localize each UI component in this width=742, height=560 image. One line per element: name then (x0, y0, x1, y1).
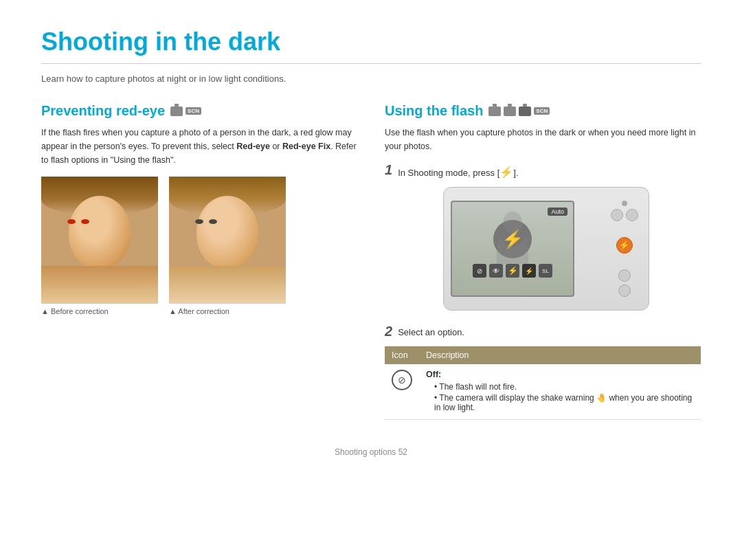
after-photo-container: After correction (169, 177, 286, 315)
right-section-icons: SCN (488, 107, 550, 116)
cam-icon-3 (519, 107, 531, 116)
camera-button-4[interactable] (618, 284, 631, 297)
before-photo-container: Before correction (41, 177, 158, 315)
before-caption: Before correction (41, 307, 109, 315)
right-body-text: Use the flash when you capture photos in… (385, 126, 701, 153)
off-desc-cell: Off: The flash will not fire. The camera… (419, 364, 701, 420)
scn-badge: SCN (534, 107, 550, 115)
left-section-title: Preventing red-eye SCN (41, 103, 357, 119)
scene-badge-icon: SCN (186, 107, 201, 115)
camera-body: Auto ⚡ ⊘ 👁 ⚡ ⚡ (443, 187, 649, 311)
left-body-text: If the flash fires when you capture a ph… (41, 126, 357, 167)
flash-press-button[interactable]: ⚡ (616, 237, 633, 254)
before-photo (41, 177, 158, 304)
col-desc-header: Description (419, 346, 701, 364)
off-icon-cell: ⊘ (385, 364, 419, 420)
comparison-images: Before correction After correction (41, 177, 357, 315)
flash-slow-icon[interactable]: SL (539, 264, 552, 278)
page-title: Shooting in the dark (41, 27, 701, 56)
auto-badge: Auto (548, 208, 567, 216)
step-1: 1 In Shooting mode, press [⚡]. (385, 163, 701, 179)
footer-text: Shooting options 52 (335, 447, 407, 457)
divider (41, 63, 701, 64)
after-photo (169, 177, 286, 304)
bullet-2: The camera will display the shake warnin… (426, 393, 694, 412)
flash-off-icon[interactable]: ⊘ (473, 264, 486, 278)
camera-right-controls: ⚡ (605, 188, 643, 310)
bottom-buttons (618, 269, 631, 297)
person-silhouette (488, 209, 537, 264)
camera-button-1[interactable] (611, 209, 623, 221)
off-label: Off: (426, 370, 694, 379)
section-title-icons: SCN (170, 107, 201, 116)
table-row: ⊘ Off: The flash will not fire. The came… (385, 364, 701, 420)
flash-options-table: Icon Description ⊘ Off: The flash will n… (385, 346, 701, 420)
table-header: Icon Description (385, 346, 701, 364)
camera-button-2[interactable] (626, 209, 638, 221)
cam-icon-2 (504, 107, 516, 116)
camera-mode-icon (170, 107, 183, 116)
right-section-title: Using the flash SCN (385, 103, 701, 119)
col-icon-header: Icon (385, 346, 419, 364)
table-body: ⊘ Off: The flash will not fire. The came… (385, 364, 701, 420)
step-2: 2 Select an option. (385, 324, 701, 338)
top-buttons (611, 201, 638, 221)
camera-screen: Auto ⚡ ⊘ 👁 ⚡ ⚡ (451, 201, 574, 297)
camera-illustration: Auto ⚡ ⊘ 👁 ⚡ ⚡ (392, 187, 701, 311)
after-caption: After correction (169, 307, 229, 315)
right-column: Using the flash SCN Use the flash when y… (385, 103, 701, 420)
page-footer: Shooting options 52 (41, 447, 701, 457)
svg-point-0 (503, 212, 522, 234)
left-column: Preventing red-eye SCN If the flash fire… (41, 103, 357, 420)
main-content: Preventing red-eye SCN If the flash fire… (41, 103, 701, 420)
camera-button-3[interactable] (618, 269, 631, 282)
cam-icon-1 (488, 107, 501, 116)
camera-dot-1 (622, 201, 627, 206)
flash-off-circle-icon: ⊘ (392, 370, 412, 390)
page-subtitle: Learn how to capture photos at night or … (41, 74, 701, 84)
bullet-1: The flash will not fire. (426, 382, 694, 392)
